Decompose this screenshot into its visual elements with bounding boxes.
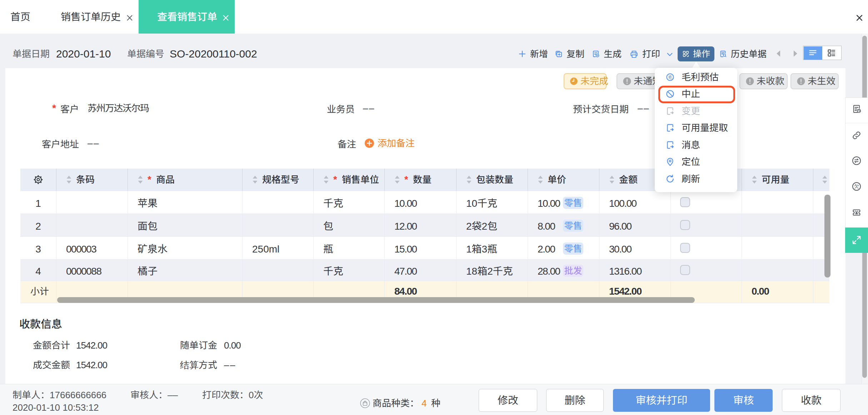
svg-text:欠: 欠 xyxy=(854,182,859,190)
svg-text:毛: 毛 xyxy=(668,74,672,80)
